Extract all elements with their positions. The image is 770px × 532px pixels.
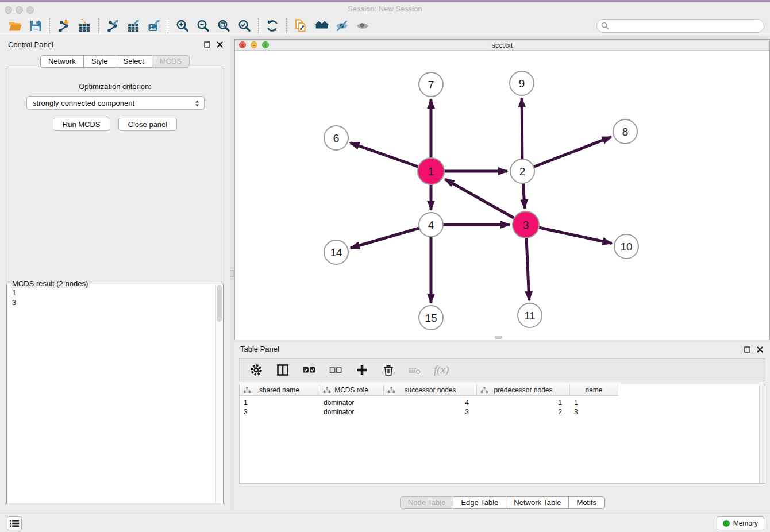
svg-text:6: 6 [333,132,340,144]
svg-text:15: 15 [425,312,437,324]
close-panel-icon[interactable] [215,40,224,49]
cell: 1 [570,398,618,407]
import-table-button[interactable] [74,17,95,34]
save-session-button[interactable] [25,17,46,34]
node-2[interactable]: 2 [510,159,534,183]
network-view-window: × − + scc.txt 1234678910111415 [234,39,770,340]
node-15[interactable]: 15 [419,306,443,330]
delete-table-icon [407,363,422,377]
criterion-selected-value: strongly connected component [33,99,134,107]
zoom-in-button[interactable] [172,17,192,34]
run-mcds-button[interactable]: Run MCDS [53,118,110,131]
import-network-button[interactable] [53,17,74,34]
edge-3-1[interactable] [445,179,526,225]
svg-text:10: 10 [620,241,632,253]
toolbar-separator [49,18,50,33]
zoom-in-icon [175,19,190,33]
float-panel-icon[interactable] [203,40,211,49]
import-table-icon [77,19,92,33]
node-3[interactable]: 3 [513,211,539,238]
statusbar: Memory [0,514,770,532]
network-window-titlebar: × − + scc.txt [235,40,769,51]
unselect-all-columns-button[interactable] [328,363,343,377]
search-icon [601,22,609,30]
delete-column-button[interactable] [381,363,396,377]
tab-mcds[interactable]: MCDS [152,55,190,68]
float-table-panel-icon[interactable] [743,345,752,354]
titlebar: Session: New Session [0,2,770,16]
tab-network[interactable]: Network [40,55,84,68]
home-button[interactable] [311,17,332,34]
edge-2-8[interactable] [522,137,611,171]
select-stepper-icon [192,99,202,108]
network-canvas[interactable]: 1234678910111415 [235,51,769,340]
zoom-selected-button[interactable] [234,17,255,34]
function-builder-button[interactable]: f(x) [434,364,449,376]
node-table[interactable]: shared nameMCDS rolesuccessor nodesprede… [239,384,765,484]
node-14[interactable]: 14 [324,240,348,264]
table-scrollbar[interactable] [759,384,765,483]
tab-motifs[interactable]: Motifs [569,496,605,509]
result-scrollbar[interactable] [215,284,223,503]
export-table-button[interactable] [123,17,144,34]
table-panel-header: Table Panel [234,342,770,357]
table-tabs: Node TableEdge TableNetwork TableMotifs [234,496,770,509]
refresh-button[interactable] [262,17,283,34]
tab-style[interactable]: Style [84,55,116,68]
window-title: Session: New Session [0,2,770,16]
column-header-shared-name[interactable]: shared name [240,384,319,396]
cell: 3 [570,407,618,417]
show-columns-button[interactable] [275,363,290,377]
delete-column-icon [381,363,396,377]
select-all-columns-button[interactable] [302,363,317,377]
hide-unselected-button[interactable] [332,17,352,34]
mcds-result-list: 13 [7,286,215,503]
task-history-button[interactable] [7,516,22,530]
divider-handle[interactable] [230,270,234,277]
svg-text:7: 7 [428,79,434,91]
node-7[interactable]: 7 [419,72,443,97]
search-box [596,19,764,33]
save-session-icon [28,19,43,33]
zoom-out-button[interactable] [192,17,213,34]
memory-status-icon [723,520,730,527]
search-input[interactable] [596,19,764,33]
export-image-button[interactable] [144,17,164,34]
column-header-name[interactable]: name [570,384,618,396]
clone-network-button[interactable] [290,17,311,34]
zoom-fit-button[interactable] [213,17,234,34]
open-session-button[interactable] [5,17,25,34]
criterion-select[interactable]: strongly connected component [26,96,205,110]
tab-select[interactable]: Select [116,55,152,68]
table-row[interactable]: 1dominator411 [240,398,618,407]
show-all-button[interactable] [352,17,373,34]
node-11[interactable]: 11 [518,303,542,327]
node-8[interactable]: 8 [613,119,637,144]
add-column-button[interactable] [355,363,369,377]
column-header-MCDS-role[interactable]: MCDS role [319,384,384,396]
tab-edge-table[interactable]: Edge Table [453,496,506,509]
open-session-icon [7,19,22,33]
delete-table-button[interactable] [407,363,422,377]
node-4[interactable]: 4 [419,213,443,237]
column-header-predecessor-nodes[interactable]: predecessor nodes [477,384,570,396]
close-table-panel-icon[interactable] [756,345,764,354]
node-9[interactable]: 9 [510,71,534,95]
column-type-icon [480,387,488,394]
table-row[interactable]: 3dominator323 [240,407,618,417]
mcds-result-box: MCDS result (2 nodes) 13 [6,284,224,503]
show-all-icon [355,19,370,33]
cell: 4 [384,398,477,407]
node-10[interactable]: 10 [614,234,638,259]
close-panel-button[interactable]: Close panel [118,118,178,131]
node-6[interactable]: 6 [324,126,348,150]
canvas-resize-handle[interactable] [495,336,502,339]
tab-node-table[interactable]: Node Table [400,496,454,509]
memory-button[interactable]: Memory [717,516,764,530]
node-1[interactable]: 1 [418,158,444,184]
export-network-button[interactable] [102,17,123,34]
column-header-successor-nodes[interactable]: successor nodes [384,384,477,396]
tab-network-table[interactable]: Network Table [506,496,569,509]
table-settings-button[interactable] [249,363,264,377]
panel-divider[interactable] [230,36,234,510]
